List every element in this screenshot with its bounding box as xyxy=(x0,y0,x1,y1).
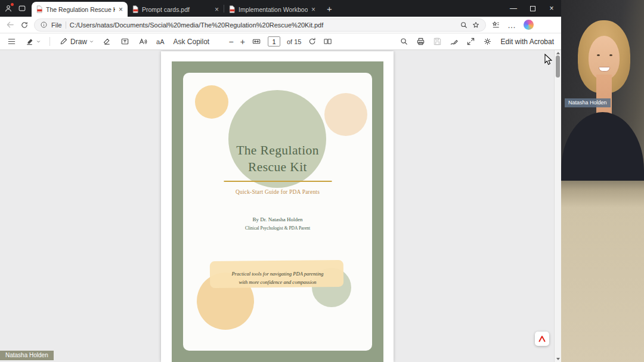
pdf-toolbar: Draw aA Ask Copilot − + xyxy=(0,33,561,50)
notification-dot xyxy=(11,3,14,6)
signature-button[interactable] xyxy=(450,37,459,46)
browser-navbar: File C:/Users/natas/Documents/Social%20m… xyxy=(0,17,561,33)
window-controls: — × xyxy=(504,0,561,17)
refresh-button[interactable] xyxy=(20,21,29,29)
browser-window: The Regulation Rescue Kit.pdf × Prompt c… xyxy=(0,0,561,362)
tab-regulation-rescue-kit[interactable]: The Regulation Rescue Kit.pdf × xyxy=(32,2,128,17)
toolbar-divider xyxy=(49,37,50,46)
address-divider xyxy=(66,21,66,29)
file-badge: File xyxy=(51,21,62,29)
tab-implementation-workbook[interactable]: Implementation Workbook.pdf × xyxy=(224,2,320,17)
maximize-button[interactable] xyxy=(523,0,542,17)
new-tab-button[interactable]: + xyxy=(320,4,339,14)
edit-with-acrobat-button[interactable]: Edit with Acrobat xyxy=(501,38,554,46)
tab-close-icon[interactable]: × xyxy=(214,6,219,13)
add-text-button[interactable] xyxy=(120,37,129,46)
address-bar[interactable]: File C:/Users/natas/Documents/Social%20m… xyxy=(34,18,486,32)
video-name-label: Natasha Holden xyxy=(565,98,611,107)
mouse-cursor xyxy=(544,54,553,66)
author-line: By Dr. Natasha Holden xyxy=(183,216,372,222)
decor-circle-peach-top xyxy=(195,85,228,119)
search-document-button[interactable] xyxy=(400,37,408,46)
search-icon xyxy=(400,37,408,46)
favorites-bar-icon[interactable] xyxy=(491,20,500,29)
page-controls: − + of 15 xyxy=(229,36,333,47)
rotate-button[interactable] xyxy=(308,37,317,46)
maximize-icon xyxy=(530,6,535,11)
presenter-mouth xyxy=(599,67,610,72)
zoom-out-button[interactable]: − xyxy=(229,37,234,47)
print-button[interactable] xyxy=(416,37,425,46)
pdf-favicon-icon xyxy=(36,5,43,13)
info-icon[interactable] xyxy=(40,21,48,29)
search-icon[interactable] xyxy=(460,21,468,29)
pen-icon xyxy=(59,37,68,46)
highlighter-icon xyxy=(25,37,34,46)
presenter-neck xyxy=(596,75,612,116)
ask-copilot-button[interactable]: Ask Copilot xyxy=(173,38,209,46)
presenter-face xyxy=(589,36,620,80)
chevron-down-icon xyxy=(36,39,41,44)
chevron-down-icon xyxy=(89,39,94,44)
favorite-star-icon[interactable] xyxy=(472,21,480,29)
draw-label: Draw xyxy=(70,38,87,46)
tab-close-icon[interactable]: × xyxy=(311,6,316,13)
scroll-down-arrow[interactable] xyxy=(556,358,560,360)
table-of-contents-button[interactable] xyxy=(7,37,16,46)
cover-card: The Regulation Rescue Kit Quick-Start Gu… xyxy=(183,73,372,351)
decor-circle-peach-right xyxy=(324,93,367,136)
presenter-body xyxy=(561,112,644,181)
minimize-button[interactable]: — xyxy=(504,0,523,17)
read-aloud-icon xyxy=(138,37,147,46)
back-button[interactable] xyxy=(6,20,15,29)
tab-close-icon[interactable]: × xyxy=(118,6,123,13)
expand-icon xyxy=(466,37,475,46)
page-count-label: of 15 xyxy=(287,38,301,45)
translate-button[interactable]: aA xyxy=(156,38,164,45)
webcam-panel: Natasha Holden xyxy=(561,0,644,362)
text-box-icon xyxy=(120,37,129,46)
scrollbar-thumb[interactable] xyxy=(556,55,560,78)
close-button[interactable]: × xyxy=(542,0,561,17)
fit-width-icon xyxy=(252,37,261,46)
two-page-icon xyxy=(323,37,332,46)
open-in-acrobat-button[interactable] xyxy=(535,332,549,346)
fit-to-width-button[interactable] xyxy=(252,37,261,46)
erase-button[interactable] xyxy=(103,37,112,46)
cover-background: The Regulation Rescue Kit Quick-Start Gu… xyxy=(172,61,383,362)
tab-strip: The Regulation Rescue Kit.pdf × Prompt c… xyxy=(32,0,339,17)
profile-icon[interactable] xyxy=(4,4,13,13)
webcam-video: Natasha Holden xyxy=(561,0,644,181)
printer-icon xyxy=(416,37,425,46)
tab-title: Prompt cards.pdf xyxy=(142,6,211,13)
browser-titlebar: The Regulation Rescue Kit.pdf × Prompt c… xyxy=(0,0,561,17)
pdf-favicon-icon xyxy=(132,5,139,13)
webcam-background xyxy=(561,181,644,362)
gear-icon xyxy=(483,37,492,46)
acrobat-icon xyxy=(538,335,546,343)
scroll-up-arrow[interactable] xyxy=(556,52,560,54)
tab-title: Implementation Workbook.pdf xyxy=(239,6,308,13)
url-text: C:/Users/natas/Documents/Social%20media/… xyxy=(70,21,456,29)
screen-root: The Regulation Rescue Kit.pdf × Prompt c… xyxy=(0,0,644,362)
document-title: The Regulation Rescue Kit xyxy=(183,143,372,175)
page-number-input[interactable] xyxy=(268,36,280,47)
fullscreen-button[interactable] xyxy=(466,37,475,46)
vertical-scrollbar[interactable] xyxy=(554,50,561,362)
highlight-button[interactable] xyxy=(25,37,41,46)
read-aloud-button[interactable] xyxy=(138,37,147,46)
pdf-viewport[interactable]: The Regulation Rescue Kit Quick-Start Gu… xyxy=(0,50,561,362)
page-view-button[interactable] xyxy=(323,37,332,46)
presenter-eye xyxy=(597,54,600,56)
tab-search-icon[interactable] xyxy=(18,4,26,13)
settings-button[interactable] xyxy=(483,37,492,46)
tab-prompt-cards[interactable]: Prompt cards.pdf × xyxy=(128,2,224,17)
zoom-in-button[interactable]: + xyxy=(240,37,245,47)
save-icon xyxy=(433,37,442,46)
tab-title: The Regulation Rescue Kit.pdf xyxy=(46,6,115,13)
save-button[interactable] xyxy=(433,37,442,46)
copilot-button[interactable] xyxy=(524,20,534,30)
more-menu-button[interactable]: … xyxy=(506,22,518,28)
pdf-page: The Regulation Rescue Kit Quick-Start Gu… xyxy=(161,51,394,362)
draw-button[interactable]: Draw xyxy=(59,37,94,46)
